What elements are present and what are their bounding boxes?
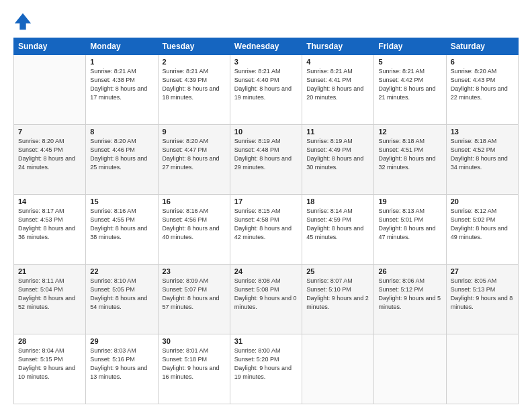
day-info: Sunrise: 8:21 AM Sunset: 4:41 PM Dayligh… — [306, 67, 369, 102]
day-number: 21 — [18, 267, 81, 275]
calendar-cell — [446, 334, 518, 404]
day-info: Sunrise: 8:18 AM Sunset: 4:51 PM Dayligh… — [378, 137, 441, 172]
day-number: 7 — [18, 128, 81, 136]
day-number: 18 — [306, 197, 369, 205]
calendar-cell: 27Sunrise: 8:05 AM Sunset: 5:13 PM Dayli… — [446, 265, 518, 334]
day-number: 4 — [306, 58, 369, 66]
day-number: 10 — [234, 128, 298, 136]
day-number: 2 — [163, 58, 226, 66]
calendar-cell — [374, 334, 446, 404]
day-number: 30 — [163, 337, 226, 345]
calendar-cell: 24Sunrise: 8:08 AM Sunset: 5:08 PM Dayli… — [230, 265, 302, 334]
day-info: Sunrise: 8:06 AM Sunset: 5:12 PM Dayligh… — [378, 277, 441, 312]
header-tuesday: Tuesday — [158, 38, 230, 55]
calendar-cell: 4Sunrise: 8:21 AM Sunset: 4:41 PM Daylig… — [302, 55, 374, 125]
calendar-cell: 8Sunrise: 8:20 AM Sunset: 4:46 PM Daylig… — [86, 125, 158, 195]
day-number: 6 — [451, 58, 514, 66]
day-number: 11 — [306, 128, 369, 136]
day-number: 8 — [90, 128, 153, 136]
calendar-cell: 18Sunrise: 8:14 AM Sunset: 4:59 PM Dayli… — [302, 195, 374, 265]
header-friday: Friday — [374, 38, 446, 55]
day-number: 12 — [378, 128, 441, 136]
day-number: 19 — [378, 197, 441, 205]
day-info: Sunrise: 8:16 AM Sunset: 4:56 PM Dayligh… — [163, 207, 226, 242]
calendar-cell — [302, 334, 374, 404]
calendar-cell: 6Sunrise: 8:20 AM Sunset: 4:43 PM Daylig… — [446, 55, 518, 125]
day-number: 24 — [234, 267, 298, 275]
day-number: 9 — [163, 128, 226, 136]
day-info: Sunrise: 8:04 AM Sunset: 5:15 PM Dayligh… — [18, 347, 81, 381]
calendar-cell: 5Sunrise: 8:21 AM Sunset: 4:42 PM Daylig… — [374, 55, 446, 125]
day-info: Sunrise: 8:20 AM Sunset: 4:43 PM Dayligh… — [451, 67, 514, 102]
calendar-cell: 29Sunrise: 8:03 AM Sunset: 5:16 PM Dayli… — [86, 334, 158, 404]
calendar-header-row: SundayMondayTuesdayWednesdayThursdayFrid… — [14, 38, 519, 55]
day-info: Sunrise: 8:17 AM Sunset: 4:53 PM Dayligh… — [18, 207, 81, 242]
day-number: 15 — [90, 197, 153, 205]
day-info: Sunrise: 8:13 AM Sunset: 5:01 PM Dayligh… — [378, 207, 441, 242]
day-info: Sunrise: 8:00 AM Sunset: 5:20 PM Dayligh… — [234, 347, 298, 381]
day-info: Sunrise: 8:09 AM Sunset: 5:07 PM Dayligh… — [163, 277, 226, 312]
day-number: 14 — [18, 197, 81, 205]
calendar-cell: 19Sunrise: 8:13 AM Sunset: 5:01 PM Dayli… — [374, 195, 446, 265]
calendar-cell — [14, 55, 86, 125]
calendar-cell: 13Sunrise: 8:18 AM Sunset: 4:52 PM Dayli… — [446, 125, 518, 195]
header-sunday: Sunday — [14, 38, 86, 55]
calendar-cell: 10Sunrise: 8:19 AM Sunset: 4:48 PM Dayli… — [230, 125, 302, 195]
day-info: Sunrise: 8:20 AM Sunset: 4:47 PM Dayligh… — [163, 137, 226, 172]
calendar-cell: 20Sunrise: 8:12 AM Sunset: 5:02 PM Dayli… — [446, 195, 518, 265]
day-info: Sunrise: 8:07 AM Sunset: 5:10 PM Dayligh… — [306, 277, 369, 312]
calendar-cell: 3Sunrise: 8:21 AM Sunset: 4:40 PM Daylig… — [230, 55, 302, 125]
calendar-cell: 15Sunrise: 8:16 AM Sunset: 4:55 PM Dayli… — [86, 195, 158, 265]
calendar-cell: 30Sunrise: 8:01 AM Sunset: 5:18 PM Dayli… — [158, 334, 230, 404]
day-number: 5 — [378, 58, 441, 66]
day-number: 27 — [451, 267, 514, 275]
calendar-cell: 9Sunrise: 8:20 AM Sunset: 4:47 PM Daylig… — [158, 125, 230, 195]
calendar-cell: 17Sunrise: 8:15 AM Sunset: 4:58 PM Dayli… — [230, 195, 302, 265]
day-info: Sunrise: 8:05 AM Sunset: 5:13 PM Dayligh… — [451, 277, 514, 312]
header-monday: Monday — [86, 38, 158, 55]
day-number: 16 — [163, 197, 226, 205]
day-number: 3 — [234, 58, 298, 66]
day-info: Sunrise: 8:12 AM Sunset: 5:02 PM Dayligh… — [451, 207, 514, 242]
day-number: 25 — [306, 267, 369, 275]
day-info: Sunrise: 8:21 AM Sunset: 4:40 PM Dayligh… — [234, 67, 298, 102]
day-info: Sunrise: 8:15 AM Sunset: 4:58 PM Dayligh… — [234, 207, 298, 242]
calendar-cell: 23Sunrise: 8:09 AM Sunset: 5:07 PM Dayli… — [158, 265, 230, 334]
logo — [13, 12, 35, 31]
day-info: Sunrise: 8:20 AM Sunset: 4:46 PM Dayligh… — [90, 137, 153, 172]
day-info: Sunrise: 8:19 AM Sunset: 4:48 PM Dayligh… — [234, 137, 298, 172]
day-info: Sunrise: 8:01 AM Sunset: 5:18 PM Dayligh… — [163, 347, 226, 381]
calendar-table: SundayMondayTuesdayWednesdayThursdayFrid… — [13, 38, 519, 404]
day-number: 31 — [234, 337, 298, 345]
day-number: 29 — [90, 337, 153, 345]
calendar-cell: 7Sunrise: 8:20 AM Sunset: 4:45 PM Daylig… — [14, 125, 86, 195]
calendar-cell: 22Sunrise: 8:10 AM Sunset: 5:05 PM Dayli… — [86, 265, 158, 334]
day-info: Sunrise: 8:11 AM Sunset: 5:04 PM Dayligh… — [18, 277, 81, 312]
day-info: Sunrise: 8:19 AM Sunset: 4:49 PM Dayligh… — [306, 137, 369, 172]
day-number: 17 — [234, 197, 298, 205]
calendar-cell: 2Sunrise: 8:21 AM Sunset: 4:39 PM Daylig… — [158, 55, 230, 125]
day-info: Sunrise: 8:21 AM Sunset: 4:39 PM Dayligh… — [163, 67, 226, 102]
day-info: Sunrise: 8:21 AM Sunset: 4:42 PM Dayligh… — [378, 67, 441, 102]
calendar-cell: 12Sunrise: 8:18 AM Sunset: 4:51 PM Dayli… — [374, 125, 446, 195]
calendar-cell: 25Sunrise: 8:07 AM Sunset: 5:10 PM Dayli… — [302, 265, 374, 334]
day-info: Sunrise: 8:14 AM Sunset: 4:59 PM Dayligh… — [306, 207, 369, 242]
day-number: 1 — [90, 58, 153, 66]
svg-marker-0 — [15, 13, 31, 30]
calendar-cell: 11Sunrise: 8:19 AM Sunset: 4:49 PM Dayli… — [302, 125, 374, 195]
day-info: Sunrise: 8:08 AM Sunset: 5:08 PM Dayligh… — [234, 277, 298, 312]
day-number: 23 — [163, 267, 226, 275]
logo-icon — [13, 12, 32, 31]
day-number: 22 — [90, 267, 153, 275]
day-info: Sunrise: 8:18 AM Sunset: 4:52 PM Dayligh… — [451, 137, 514, 172]
day-number: 28 — [18, 337, 81, 345]
day-info: Sunrise: 8:03 AM Sunset: 5:16 PM Dayligh… — [90, 347, 153, 381]
calendar-week-0: 1Sunrise: 8:21 AM Sunset: 4:38 PM Daylig… — [14, 55, 519, 125]
calendar-cell: 31Sunrise: 8:00 AM Sunset: 5:20 PM Dayli… — [230, 334, 302, 404]
day-info: Sunrise: 8:20 AM Sunset: 4:45 PM Dayligh… — [18, 137, 81, 172]
calendar-week-1: 7Sunrise: 8:20 AM Sunset: 4:45 PM Daylig… — [14, 125, 519, 195]
day-info: Sunrise: 8:16 AM Sunset: 4:55 PM Dayligh… — [90, 207, 153, 242]
calendar-cell: 16Sunrise: 8:16 AM Sunset: 4:56 PM Dayli… — [158, 195, 230, 265]
day-info: Sunrise: 8:10 AM Sunset: 5:05 PM Dayligh… — [90, 277, 153, 312]
calendar-cell: 21Sunrise: 8:11 AM Sunset: 5:04 PM Dayli… — [14, 265, 86, 334]
